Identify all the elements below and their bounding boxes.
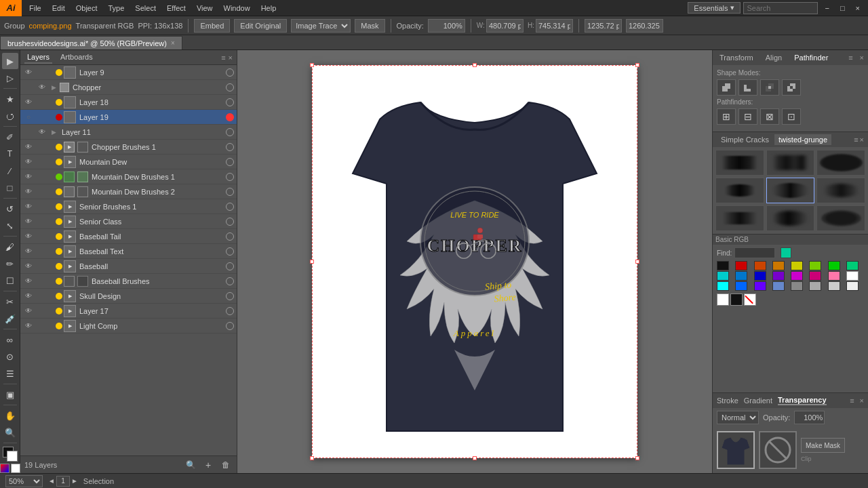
swatch-gray3[interactable] — [828, 281, 840, 291]
handle-mr[interactable] — [635, 260, 639, 264]
pen-tool[interactable]: ✐ — [2, 129, 18, 145]
layer-visibility-icon[interactable]: 👁 — [23, 306, 34, 317]
mask-thumbnail-preview[interactable] — [759, 431, 797, 469]
layer-target-circle[interactable] — [226, 232, 234, 241]
handle-br[interactable] — [635, 456, 639, 460]
stroke-tab[interactable]: Stroke — [717, 396, 738, 405]
tab-close-icon[interactable]: × — [171, 39, 175, 47]
layer-visibility-icon[interactable]: 👁 — [23, 291, 34, 302]
layer-row[interactable]: 👁 ▶ Skull Design — [20, 289, 237, 304]
symbol-spray-tool[interactable]: ⊙ — [2, 348, 18, 365]
layer-target-circle[interactable] — [226, 128, 234, 136]
transparency-tab[interactable]: Transparency — [778, 396, 827, 405]
layer-target-circle[interactable] — [226, 98, 234, 106]
layer-row[interactable]: 👁 Layer 9 — [20, 65, 237, 80]
swatch-red[interactable] — [735, 261, 747, 270]
swatch-bright-cyan[interactable] — [717, 281, 729, 291]
layer-target-circle[interactable] — [226, 203, 234, 211]
layer-row[interactable]: 👁 ▶ Light Comp — [20, 319, 237, 333]
layer-target-circle[interactable] — [226, 173, 234, 181]
swatch-green-yellow[interactable] — [809, 261, 821, 270]
crop-button[interactable]: ⊡ — [782, 108, 801, 125]
none-swatch[interactable] — [744, 293, 756, 306]
eraser-tool[interactable]: ☐ — [2, 272, 18, 289]
blend-tool[interactable]: ∞ — [2, 331, 18, 348]
menu-select[interactable]: Select — [130, 3, 161, 14]
layer-target-circle[interactable] — [226, 158, 234, 166]
handle-tl[interactable] — [310, 63, 314, 67]
pathfinder-tab[interactable]: Pathfinder — [791, 52, 831, 63]
layer-target-circle[interactable] — [226, 218, 234, 226]
layer-target-circle[interactable] — [226, 247, 234, 256]
panel-close-button[interactable]: × — [229, 54, 233, 62]
layer-visibility-icon[interactable]: 👁 — [23, 142, 34, 152]
document-tab[interactable]: brushesvideodesigns.ai* @ 50% (RGB/Previ… — [0, 36, 182, 49]
artboards-tab[interactable]: Artboards — [58, 52, 96, 64]
layer-visibility-icon[interactable]: 👁 — [23, 67, 34, 78]
canvas-area[interactable]: CHOPPER LIVE TO RIDE — [237, 50, 712, 473]
scissors-tool[interactable]: ✂ — [2, 293, 18, 310]
brush-item-2[interactable] — [766, 150, 815, 176]
black-swatch[interactable] — [730, 293, 743, 306]
swatch-teal[interactable] — [846, 261, 859, 270]
layer-visibility-icon[interactable]: 👁 — [37, 82, 47, 93]
hand-tool[interactable]: ✋ — [2, 407, 18, 424]
minimize-button[interactable]: − — [821, 4, 833, 12]
merge-button[interactable]: ⊠ — [760, 108, 779, 125]
layer-row[interactable]: 👁 Mountain Dew Brushes 1 — [20, 169, 237, 184]
layer-row[interactable]: 👁 ▶ Layer 17 — [20, 304, 237, 319]
close-button[interactable]: × — [852, 4, 864, 12]
layer-target-circle[interactable] — [226, 292, 234, 300]
layer-row[interactable]: 👁 Layer 18 — [20, 95, 237, 110]
simple-cracks-tab[interactable]: Simple Cracks — [717, 134, 773, 145]
rotate-tool[interactable]: ↺ — [2, 201, 18, 217]
transparency-opacity-input[interactable]: 100% — [794, 411, 825, 424]
panel-options-btn[interactable]: ≡ — [848, 54, 852, 62]
layer-target-circle[interactable] — [226, 113, 234, 121]
menu-help[interactable]: Help — [256, 3, 281, 14]
next-artboard-button[interactable]: ► — [71, 477, 78, 485]
unite-button[interactable] — [717, 79, 736, 96]
layer-visibility-icon[interactable]: 👁 — [23, 321, 34, 331]
layer-visibility-icon[interactable]: 👁 — [23, 261, 34, 272]
swatch-green[interactable] — [828, 261, 840, 270]
layer-visibility-icon[interactable]: 👁 — [23, 276, 34, 287]
white-swatch[interactable] — [717, 293, 729, 306]
menu-object[interactable]: Object — [71, 3, 102, 14]
layer-visibility-icon[interactable]: 👁 — [23, 171, 34, 182]
brush-item-8[interactable] — [766, 205, 815, 231]
scale-tool[interactable]: ⤡ — [2, 218, 18, 234]
selection-tool[interactable]: ▶ — [2, 53, 18, 69]
swatch-gray1[interactable] — [791, 281, 803, 291]
image-trace-select[interactable]: Image Trace — [291, 19, 351, 33]
none-color-button[interactable] — [11, 464, 20, 473]
workspace-button[interactable]: Essentials ▾ — [688, 2, 741, 14]
swatch-gray2[interactable] — [809, 281, 821, 291]
eyedropper-tool[interactable]: 💉 — [2, 310, 18, 327]
prev-artboard-button[interactable]: ◄ — [48, 477, 55, 485]
stroke-options-btn[interactable]: ≡ — [850, 396, 854, 405]
brush-item-1[interactable] — [715, 150, 764, 176]
swatch-gray-blue[interactable] — [772, 281, 785, 291]
blend-mode-select[interactable]: Normal — [717, 411, 759, 424]
brush-item-9[interactable] — [816, 205, 865, 231]
layers-tab[interactable]: Layers — [24, 52, 52, 64]
layer-target-circle[interactable] — [226, 277, 234, 285]
artboard-tool[interactable]: ▣ — [2, 386, 18, 403]
handle-tr[interactable] — [635, 63, 639, 67]
x-input[interactable]: 1235.72 pt — [585, 19, 622, 33]
color-find-swatch[interactable] — [781, 247, 791, 258]
brush-item-7[interactable] — [715, 205, 764, 231]
twisted-grunge-tab[interactable]: twisted-grunge — [774, 134, 831, 145]
type-tool[interactable]: T — [2, 146, 18, 162]
swatch-magenta[interactable] — [809, 271, 821, 281]
swatch-blue[interactable] — [754, 271, 766, 281]
layer-row[interactable]: 👁 ▶ Layer 11 — [20, 125, 237, 140]
edit-original-button[interactable]: Edit Original — [234, 19, 287, 33]
swatch-bright-purple[interactable] — [754, 281, 766, 291]
layer-visibility-icon[interactable]: 👁 — [23, 216, 34, 227]
exclude-button[interactable] — [782, 79, 801, 96]
swatch-orange[interactable] — [772, 261, 785, 270]
layer-row-selected[interactable]: ○ Layer 19 — [20, 110, 237, 125]
layer-row[interactable]: 👁 ▶ Baseball — [20, 259, 237, 274]
